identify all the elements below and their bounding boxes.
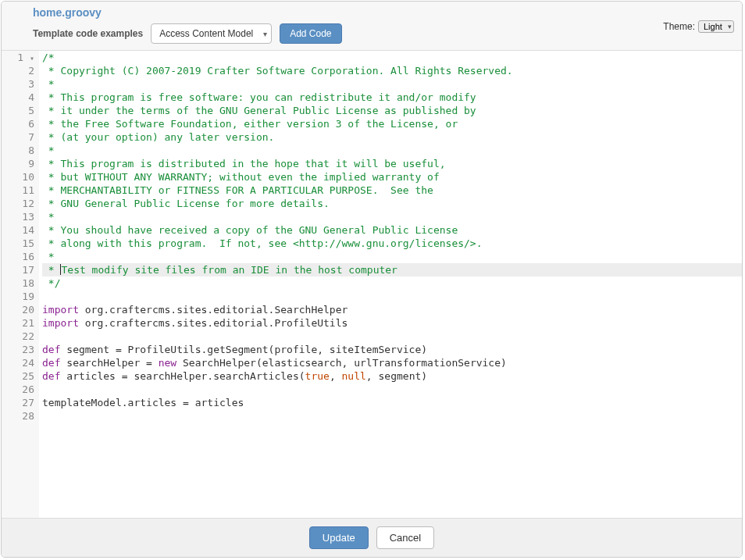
line-number: 9: [2, 157, 34, 170]
line-number: 24: [2, 356, 34, 369]
code-line[interactable]: * along with this program. If not, see <…: [42, 237, 742, 250]
code-line[interactable]: */: [42, 276, 742, 290]
code-line[interactable]: *: [42, 144, 742, 157]
line-number: 8: [2, 144, 34, 157]
code-line[interactable]: * MERCHANTABILITY or FITNESS FOR A PARTI…: [42, 184, 742, 197]
code-line[interactable]: * You should have received a copy of the…: [42, 223, 742, 237]
line-number: 12: [2, 197, 34, 210]
line-number: 11: [2, 184, 34, 197]
line-number: 1 ▾: [2, 51, 34, 64]
dialog-header: home.groovy Template code examples Acces…: [2, 2, 742, 51]
line-number: 26: [2, 383, 34, 396]
code-line[interactable]: * Test modify site files from an IDE in …: [42, 263, 742, 276]
dialog-footer: Update Cancel: [2, 518, 742, 557]
line-number: 2: [2, 64, 34, 77]
code-line[interactable]: [42, 330, 742, 343]
code-line[interactable]: def segment = ProfileUtils.getSegment(pr…: [42, 343, 742, 356]
fold-marker-icon[interactable]: ▾: [23, 54, 34, 62]
code-line[interactable]: * Copyright (C) 2007-2019 Crafter Softwa…: [42, 64, 742, 77]
editor-dialog: home.groovy Template code examples Acces…: [1, 1, 743, 558]
code-line[interactable]: import org.craftercms.sites.editorial.Se…: [42, 303, 742, 316]
line-number: 21: [2, 316, 34, 330]
line-number: 15: [2, 237, 34, 250]
line-number: 5: [2, 104, 34, 117]
cancel-button[interactable]: Cancel: [376, 526, 434, 549]
line-number: 7: [2, 130, 34, 144]
line-number: 20: [2, 303, 34, 316]
code-line[interactable]: * This program is free software: you can…: [42, 91, 742, 104]
line-number: 14: [2, 223, 34, 237]
code-editor[interactable]: 1 ▾2345678910111213141516171819202122232…: [2, 51, 742, 518]
line-number: 23: [2, 343, 34, 356]
line-number: 13: [2, 210, 34, 223]
code-line[interactable]: * (at your option) any later version.: [42, 130, 742, 144]
code-line[interactable]: templateModel.articles = articles: [42, 396, 742, 409]
add-code-button[interactable]: Add Code: [280, 23, 341, 44]
toolbar: Template code examples Access Content Mo…: [33, 23, 734, 44]
line-gutter: 1 ▾2345678910111213141516171819202122232…: [2, 51, 39, 518]
code-line[interactable]: * This program is distributed in the hop…: [42, 157, 742, 170]
code-line[interactable]: * the Free Software Foundation, either v…: [42, 117, 742, 130]
update-button[interactable]: Update: [309, 526, 369, 549]
theme-label: Theme:: [663, 21, 695, 32]
code-line[interactable]: * GNU General Public License for more de…: [42, 197, 742, 210]
line-number: 17: [2, 263, 34, 276]
line-number: 19: [2, 290, 34, 303]
line-number: 4: [2, 91, 34, 104]
code-line[interactable]: import org.craftercms.sites.editorial.Pr…: [42, 316, 742, 330]
line-number: 27: [2, 396, 34, 409]
line-number: 28: [2, 409, 34, 423]
code-line[interactable]: [42, 409, 742, 423]
line-number: 16: [2, 250, 34, 263]
template-examples-label: Template code examples: [33, 28, 143, 39]
code-line[interactable]: * it under the terms of the GNU General …: [42, 104, 742, 117]
line-number: 22: [2, 330, 34, 343]
file-name: home.groovy: [33, 6, 734, 19]
code-line[interactable]: *: [42, 77, 742, 91]
theme-select[interactable]: Light: [698, 20, 734, 33]
line-number: 25: [2, 369, 34, 383]
line-number: 10: [2, 170, 34, 184]
code-line[interactable]: * but WITHOUT ANY WARRANTY; without even…: [42, 170, 742, 184]
template-model-select[interactable]: Access Content Model: [151, 23, 272, 44]
code-line[interactable]: /*: [42, 51, 742, 64]
code-content[interactable]: /* * Copyright (C) 2007-2019 Crafter Sof…: [39, 51, 742, 518]
theme-switcher: Theme: Light ▾: [663, 20, 734, 33]
line-number: 3: [2, 77, 34, 91]
code-line[interactable]: *: [42, 250, 742, 263]
line-number: 18: [2, 276, 34, 290]
code-line[interactable]: [42, 383, 742, 396]
code-line[interactable]: [42, 290, 742, 303]
code-line[interactable]: *: [42, 210, 742, 223]
line-number: 6: [2, 117, 34, 130]
code-line[interactable]: def searchHelper = new SearchHelper(elas…: [42, 356, 742, 369]
code-line[interactable]: def articles = searchHelper.searchArticl…: [42, 369, 742, 383]
